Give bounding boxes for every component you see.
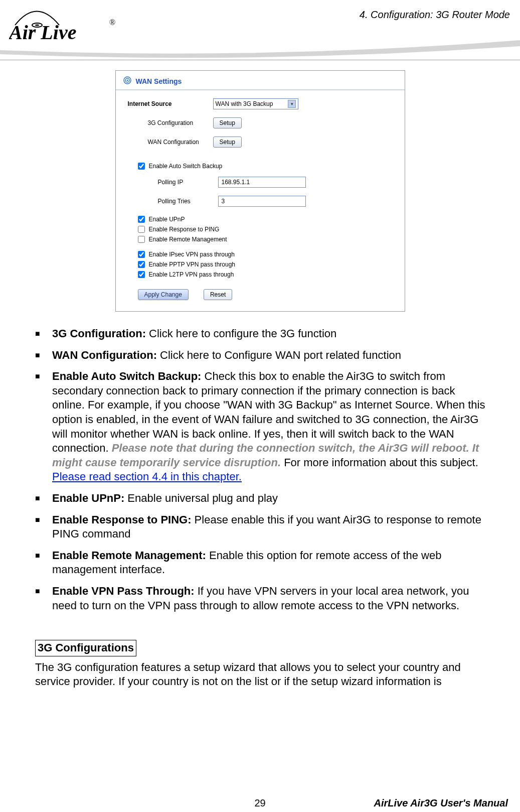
ipsec-label: Enable IPsec VPN pass through bbox=[149, 251, 235, 258]
bullet-upnp: ■ Enable UPnP: Enable universal plug and… bbox=[35, 491, 490, 506]
ping-label: Enable Response to PING bbox=[149, 226, 220, 233]
pptp-checkbox[interactable] bbox=[138, 261, 145, 268]
pptp-row: Enable PPTP VPN pass through bbox=[138, 261, 393, 268]
auto-switch-row: Enable Auto Switch Backup bbox=[128, 163, 393, 170]
bullet-remote-mgmt: ■ Enable Remote Management: Enable this … bbox=[35, 549, 490, 577]
apply-change-button[interactable]: Apply Change bbox=[138, 289, 189, 300]
auto-switch-label: Enable Auto Switch Backup bbox=[149, 163, 223, 170]
auto-switch-checkbox[interactable] bbox=[138, 163, 145, 170]
3g-config-label: 3G Configuration bbox=[148, 119, 213, 126]
airlive-logo: Air Live ® bbox=[9, 5, 124, 45]
bullet-text: Enable UPnP: Enable universal plug and p… bbox=[52, 491, 490, 506]
svg-point-6 bbox=[126, 80, 128, 81]
target-icon bbox=[123, 76, 132, 86]
panel-body: Internet Source WAN with 3G Backup ▾ 3G … bbox=[116, 90, 405, 311]
chapter-title: 4. Configuration: 3G Router Mode bbox=[360, 9, 510, 21]
polling-ip-input[interactable] bbox=[218, 177, 306, 188]
upnp-label: Enable UPnP bbox=[149, 216, 185, 223]
l2tp-checkbox[interactable] bbox=[138, 271, 145, 278]
ping-checkbox[interactable] bbox=[138, 226, 145, 233]
bullet-icon: ■ bbox=[35, 513, 52, 542]
upnp-checkbox[interactable] bbox=[138, 216, 145, 223]
page-number: 29 bbox=[254, 797, 265, 809]
bullet-text: Enable Response to PING: Please enable t… bbox=[52, 513, 490, 542]
remote-mgmt-label: Enable Remote Management bbox=[149, 236, 227, 243]
b6-bold: Enable Remote Management: bbox=[52, 549, 206, 562]
3g-config-row: 3G Configuration Setup bbox=[128, 117, 393, 128]
polling-tries-row: Polling Tries bbox=[128, 196, 393, 207]
bullet-text: Enable VPN Pass Through: If you have VPN… bbox=[52, 584, 490, 613]
pptp-label: Enable PPTP VPN pass through bbox=[149, 261, 236, 268]
b2-text: Click here to Configure WAN port related… bbox=[160, 349, 401, 361]
b1-bold: 3G Configuration: bbox=[52, 327, 149, 340]
header-swoosh bbox=[0, 40, 520, 60]
chevron-down-icon: ▾ bbox=[288, 100, 296, 108]
upnp-row: Enable UPnP bbox=[138, 216, 393, 223]
b5-bold: Enable Response to PING: bbox=[52, 513, 192, 526]
polling-tries-label: Polling Tries bbox=[158, 198, 218, 205]
button-row: Apply Change Reset bbox=[128, 289, 393, 300]
ping-row: Enable Response to PING bbox=[138, 226, 393, 233]
page-header: Air Live ® 4. Configuration: 3G Router M… bbox=[0, 0, 520, 60]
internet-source-value: WAN with 3G Backup bbox=[216, 100, 273, 107]
body-content: ■ 3G Configuration: Click here to config… bbox=[0, 327, 520, 689]
remote-mgmt-checkbox[interactable] bbox=[138, 236, 145, 243]
bullet-wan-config: ■ WAN Configuration: Click here to Confi… bbox=[35, 348, 490, 363]
b4-text: Enable universal plug and play bbox=[124, 492, 278, 504]
bullet-text: Enable Auto Switch Backup: Check this bo… bbox=[52, 369, 490, 484]
panel-title: WAN Settings bbox=[136, 77, 182, 85]
b7-bold: Enable VPN Pass Through: bbox=[52, 585, 195, 597]
svg-text:®: ® bbox=[109, 18, 115, 27]
l2tp-label: Enable L2TP VPN pass through bbox=[149, 271, 234, 278]
wan-setup-button[interactable]: Setup bbox=[213, 137, 242, 148]
3g-setup-button[interactable]: Setup bbox=[213, 117, 242, 128]
polling-ip-label: Polling IP bbox=[158, 179, 218, 186]
remote-mgmt-row: Enable Remote Management bbox=[138, 236, 393, 243]
bullet-icon: ■ bbox=[35, 369, 52, 484]
bullet-auto-switch: ■ Enable Auto Switch Backup: Check this … bbox=[35, 369, 490, 484]
b2-bold: WAN Configuration: bbox=[52, 349, 160, 361]
wan-settings-panel: WAN Settings Internet Source WAN with 3G… bbox=[115, 70, 405, 312]
bullet-icon: ■ bbox=[35, 327, 52, 341]
bullet-vpn-pass: ■ Enable VPN Pass Through: If you have V… bbox=[35, 584, 490, 613]
b3-bold: Enable Auto Switch Backup: bbox=[52, 370, 201, 382]
b4-bold: Enable UPnP: bbox=[52, 492, 124, 504]
l2tp-row: Enable L2TP VPN pass through bbox=[138, 271, 393, 278]
polling-tries-input[interactable] bbox=[218, 196, 306, 207]
wan-config-row: WAN Configuration Setup bbox=[128, 137, 393, 148]
bullet-icon: ■ bbox=[35, 549, 52, 577]
bullet-icon: ■ bbox=[35, 584, 52, 613]
section-4-4-link[interactable]: Please read section 4.4 in this chapter. bbox=[52, 470, 242, 483]
manual-name: AirLive Air3G User's Manual bbox=[374, 797, 508, 809]
reset-button[interactable]: Reset bbox=[204, 289, 232, 300]
bullet-icon: ■ bbox=[35, 491, 52, 506]
section-3g-configurations: 3G Configurations The 3G configuration f… bbox=[35, 620, 490, 689]
polling-ip-row: Polling IP bbox=[128, 177, 393, 188]
internet-source-label: Internet Source bbox=[128, 100, 213, 107]
ipsec-row: Enable IPsec VPN pass through bbox=[138, 251, 393, 258]
bullet-3g-config: ■ 3G Configuration: Click here to config… bbox=[35, 327, 490, 341]
panel-title-row: WAN Settings bbox=[116, 71, 405, 90]
bullet-icon: ■ bbox=[35, 348, 52, 363]
section-paragraph: The 3G configuration features a setup wi… bbox=[35, 660, 490, 689]
b3-t2: For more information about this subject. bbox=[281, 456, 478, 469]
ipsec-checkbox[interactable] bbox=[138, 251, 145, 258]
svg-text:Air Live: Air Live bbox=[9, 21, 76, 43]
internet-source-row: Internet Source WAN with 3G Backup ▾ bbox=[128, 98, 393, 109]
bullet-text: WAN Configuration: Click here to Configu… bbox=[52, 348, 490, 363]
bullet-text: Enable Remote Management: Enable this op… bbox=[52, 549, 490, 577]
internet-source-select[interactable]: WAN with 3G Backup ▾ bbox=[213, 98, 299, 109]
section-heading: 3G Configurations bbox=[35, 640, 136, 656]
bullet-ping: ■ Enable Response to PING: Please enable… bbox=[35, 513, 490, 542]
wan-config-label: WAN Configuration bbox=[148, 139, 213, 146]
b1-text: Click here to configure the 3G function bbox=[149, 327, 336, 340]
checkbox-group-1: Enable UPnP Enable Response to PING Enab… bbox=[128, 216, 393, 278]
bullet-text: 3G Configuration: Click here to configur… bbox=[52, 327, 490, 341]
